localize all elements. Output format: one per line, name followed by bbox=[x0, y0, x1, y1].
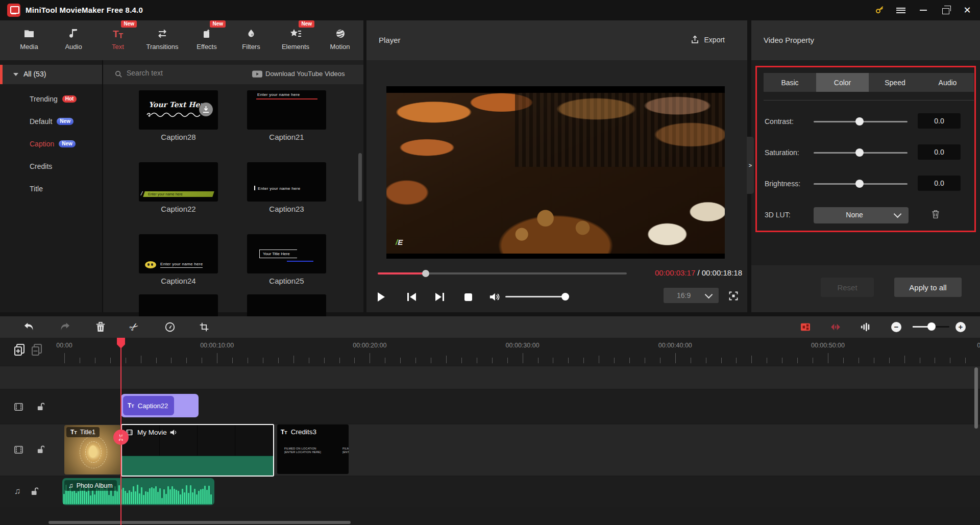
contrast-slider[interactable] bbox=[814, 121, 908, 122]
template-thumbnail: Enter your name here bbox=[247, 162, 326, 202]
detach-audio-icon[interactable] bbox=[828, 320, 843, 334]
tab-elements[interactable]: New Elements bbox=[274, 24, 317, 57]
apply-to-all-button[interactable]: Apply to all bbox=[894, 278, 962, 297]
add-track-icon[interactable] bbox=[14, 344, 26, 356]
grill-texture bbox=[515, 93, 725, 167]
timeline-clip-credits3[interactable]: TT Credits3 FILMED ON LOCATION [ENTER LO… bbox=[277, 424, 349, 474]
timeline-zoom-slider[interactable] bbox=[913, 326, 949, 328]
tab-effects[interactable]: New Effects bbox=[185, 24, 229, 57]
tab-color[interactable]: Color bbox=[816, 73, 869, 92]
property-tabs: Basic Color Speed Audio bbox=[764, 73, 974, 92]
empty-track-row bbox=[0, 366, 980, 389]
playhead[interactable] bbox=[120, 338, 121, 525]
minimize-button[interactable] bbox=[915, 3, 932, 17]
track-manager-icon[interactable] bbox=[798, 320, 813, 334]
timeline-clip-title1[interactable]: TT Title1 bbox=[64, 425, 121, 474]
lut-dropdown[interactable]: None bbox=[814, 207, 909, 223]
sidebar-item-credits[interactable]: Credits bbox=[30, 161, 52, 172]
sidebar-item-trending[interactable]: Trending Hot bbox=[30, 93, 77, 105]
close-button[interactable]: ✕ bbox=[959, 3, 976, 17]
slider-thumb[interactable] bbox=[855, 117, 864, 126]
lock-open-icon[interactable] bbox=[31, 487, 38, 495]
zoom-in-button[interactable]: + bbox=[953, 320, 968, 334]
zoom-thumb[interactable] bbox=[927, 322, 936, 331]
saturation-slider[interactable] bbox=[814, 152, 908, 154]
tab-text[interactable]: New TT Text bbox=[96, 24, 140, 57]
menu-icon[interactable] bbox=[892, 3, 910, 17]
watermark-logo: /E bbox=[396, 238, 403, 246]
lock-open-icon[interactable] bbox=[37, 403, 44, 411]
reset-button[interactable]: Reset bbox=[821, 278, 874, 297]
tab-basic[interactable]: Basic bbox=[764, 73, 816, 92]
download-icon[interactable] bbox=[199, 103, 213, 116]
chevron-down-icon bbox=[13, 73, 18, 76]
undo-button[interactable] bbox=[22, 320, 36, 334]
volume-slider[interactable] bbox=[505, 296, 568, 297]
previous-frame-button[interactable] bbox=[403, 289, 421, 305]
tab-filters[interactable]: Filters bbox=[229, 24, 273, 57]
panel-collapse-handle[interactable]: > bbox=[747, 137, 754, 194]
brightness-slider[interactable] bbox=[814, 183, 908, 185]
tab-audio[interactable]: Audio bbox=[52, 24, 95, 57]
sidebar-item-default[interactable]: Default New bbox=[30, 116, 74, 127]
template-card[interactable]: Enter your name here Caption21 bbox=[247, 90, 326, 141]
template-card[interactable]: Enter your name here Caption24 bbox=[139, 234, 218, 285]
split-scissors-button[interactable]: ✂ bbox=[127, 320, 141, 334]
redo-button[interactable] bbox=[58, 320, 72, 334]
volume-icon[interactable] bbox=[486, 289, 503, 305]
timeline-vertical-scrollbar[interactable] bbox=[974, 367, 978, 429]
stop-button[interactable] bbox=[459, 289, 477, 305]
tab-media[interactable]: Media bbox=[7, 24, 51, 57]
contrast-value[interactable]: 0.0 bbox=[918, 113, 961, 129]
template-card[interactable]: Enter your name here Caption23 bbox=[247, 162, 326, 213]
seek-bar[interactable] bbox=[378, 272, 627, 274]
tab-speed[interactable]: Speed bbox=[869, 73, 921, 92]
download-youtube-button[interactable]: Download YouTube Videos bbox=[265, 70, 345, 78]
search-input[interactable] bbox=[126, 68, 230, 78]
saturation-value[interactable]: 0.0 bbox=[918, 144, 961, 160]
remove-track-icon[interactable] bbox=[32, 344, 43, 356]
contrast-label: Contrast: bbox=[765, 117, 794, 126]
lut-delete-icon[interactable] bbox=[931, 209, 940, 219]
chevron-down-icon bbox=[705, 291, 713, 299]
music-note-icon: ♫ bbox=[14, 486, 21, 496]
caption-track-header bbox=[0, 401, 64, 412]
template-card[interactable]: Your Title Here Caption25 bbox=[247, 234, 326, 285]
timeline-clip-photo-album[interactable]: ♫ Photo Album bbox=[62, 478, 214, 505]
export-button[interactable]: Export bbox=[690, 35, 725, 44]
play-button[interactable] bbox=[373, 289, 390, 305]
category-all-header[interactable]: All (53) bbox=[0, 65, 102, 84]
sidebar-item-caption[interactable]: Caption New bbox=[30, 138, 76, 149]
slider-thumb[interactable] bbox=[855, 180, 864, 188]
video-preview[interactable]: /E bbox=[386, 86, 725, 259]
sidebar-item-title[interactable]: Title bbox=[30, 183, 43, 194]
timeline-clip-my-movie[interactable]: My Movie bbox=[121, 424, 274, 477]
timeline-horizontal-scrollbar[interactable] bbox=[48, 521, 351, 524]
template-card[interactable]: / Enter your name here Caption22 bbox=[139, 162, 218, 213]
library-scrollbar[interactable] bbox=[358, 153, 362, 202]
tab-transitions[interactable]: Transitions bbox=[140, 24, 184, 57]
tab-motion[interactable]: Motion bbox=[318, 24, 362, 57]
zoom-out-button[interactable]: − bbox=[889, 320, 903, 334]
fullscreen-button[interactable] bbox=[725, 288, 742, 304]
volume-thumb[interactable] bbox=[561, 293, 569, 301]
audio-level-icon[interactable] bbox=[859, 320, 873, 334]
aspect-ratio-select[interactable]: 16:9 bbox=[664, 288, 719, 303]
speed-button[interactable] bbox=[163, 320, 177, 334]
slider-thumb[interactable] bbox=[855, 148, 864, 157]
lock-open-icon[interactable] bbox=[37, 445, 44, 454]
crop-button[interactable] bbox=[197, 320, 211, 334]
timeline-ruler[interactable]: 00:0000:00:10:0000:00:20:0000:00:30:0000… bbox=[0, 338, 980, 365]
license-key-icon[interactable] bbox=[871, 3, 888, 17]
seek-thumb[interactable] bbox=[422, 270, 429, 277]
red-underline-decor bbox=[256, 98, 317, 99]
delete-button[interactable] bbox=[93, 320, 108, 334]
tab-audio[interactable]: Audio bbox=[921, 73, 974, 92]
maximize-button[interactable] bbox=[937, 4, 954, 18]
timeline-clip-caption22[interactable]: TT Caption22 bbox=[121, 394, 199, 417]
brightness-value[interactable]: 0.0 bbox=[918, 176, 961, 191]
music-note-icon bbox=[52, 24, 95, 40]
template-card[interactable]: Your Text Here Caption28 bbox=[139, 90, 218, 141]
green-bar-decor: Enter your name here bbox=[143, 191, 214, 197]
next-frame-button[interactable] bbox=[431, 289, 448, 305]
